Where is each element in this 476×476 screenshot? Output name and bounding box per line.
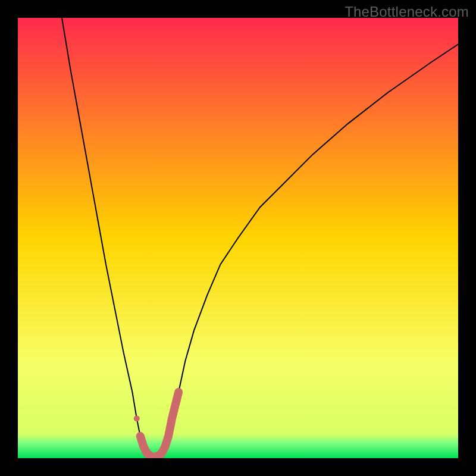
chart-plot [18, 18, 458, 458]
watermark-label: TheBottleneck.com [345, 4, 469, 20]
marker-dot [134, 415, 140, 421]
chart-frame: TheBottleneck.com [0, 0, 476, 476]
